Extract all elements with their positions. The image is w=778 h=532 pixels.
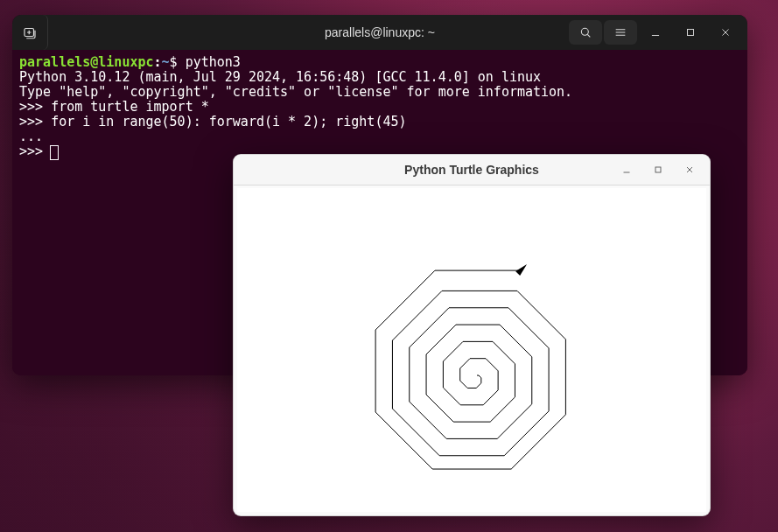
close-icon — [719, 26, 732, 38]
python-banner-line1: Python 3.10.12 (main, Jul 29 2024, 16:56… — [19, 69, 541, 85]
prompt-symbol: $ — [170, 54, 186, 70]
search-button[interactable] — [569, 20, 602, 45]
close-icon — [684, 164, 695, 175]
python-command-2: for i in range(50): forward(i * 2); righ… — [51, 114, 406, 130]
prompt-path: ~ — [162, 54, 170, 70]
hamburger-menu-button[interactable] — [604, 20, 637, 45]
maximize-icon — [653, 164, 663, 175]
python-prompt: >>> — [19, 144, 51, 159]
close-button[interactable] — [675, 159, 704, 180]
minimize-icon — [621, 164, 632, 175]
menu-icon — [613, 25, 627, 39]
python-banner-line2: Type "help", "copyright", "credits" or "… — [19, 84, 572, 100]
terminal-titlebar[interactable]: parallels@linuxpc: ~ — [12, 15, 747, 50]
minimize-button[interactable] — [639, 20, 672, 45]
close-button[interactable] — [709, 20, 742, 45]
terminal-window-controls — [569, 15, 742, 50]
turtle-drawing — [237, 188, 706, 512]
prompt-sep: : — [154, 54, 162, 70]
python-continuation: ... — [19, 129, 51, 144]
text-cursor — [51, 146, 58, 159]
svg-point-1 — [581, 28, 588, 35]
turtle-window[interactable]: Python Turtle Graphics — [233, 154, 711, 516]
minimize-button[interactable] — [612, 159, 641, 180]
turtle-window-controls — [612, 155, 704, 185]
python-prompt: >>> — [19, 114, 51, 130]
new-tab-button[interactable] — [12, 15, 48, 50]
prompt-user: parallels@linuxpc — [19, 54, 154, 70]
turtle-canvas — [237, 188, 706, 512]
maximize-button[interactable] — [674, 20, 707, 45]
search-icon — [578, 25, 592, 39]
turtle-cursor-icon — [515, 264, 527, 276]
svg-rect-3 — [655, 167, 661, 172]
minimize-icon — [649, 26, 662, 38]
maximize-button[interactable] — [643, 159, 673, 180]
python-prompt: >>> — [19, 99, 51, 115]
shell-command: python3 — [186, 54, 241, 70]
turtle-titlebar[interactable]: Python Turtle Graphics — [234, 155, 710, 186]
python-command-1: from turtle import * — [51, 99, 209, 115]
desktop-background: parallels@linuxpc: ~ parallels@l — [0, 0, 778, 532]
maximize-icon — [684, 26, 697, 38]
spiral-path — [375, 270, 565, 469]
svg-rect-2 — [688, 30, 694, 36]
